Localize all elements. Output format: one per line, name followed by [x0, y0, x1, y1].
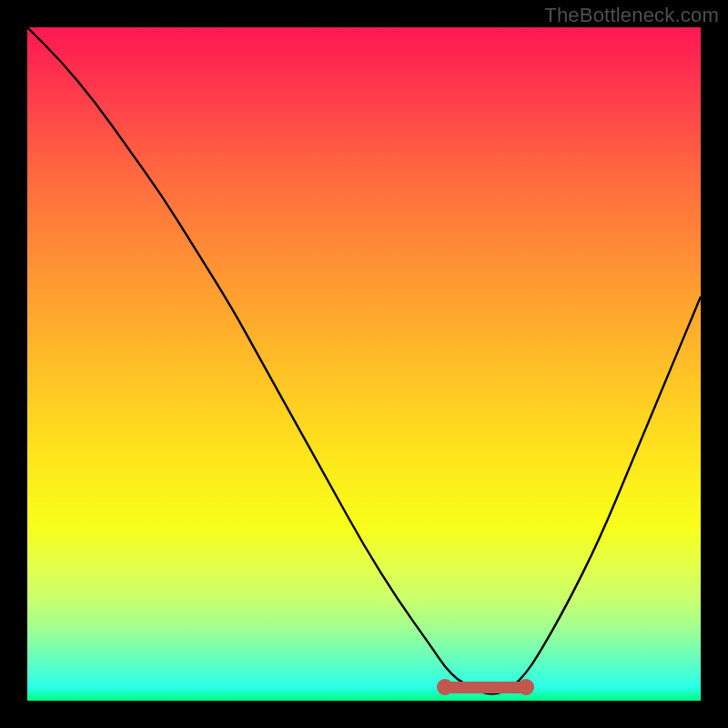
trough-bar: [445, 682, 526, 693]
chart-frame: TheBottleneck.com: [0, 0, 728, 728]
watermark-text: TheBottleneck.com: [544, 4, 719, 27]
bottleneck-curve: [27, 27, 701, 701]
plot-area: [27, 27, 701, 701]
trough-marker-right: [518, 679, 534, 695]
curve-path: [27, 27, 701, 694]
